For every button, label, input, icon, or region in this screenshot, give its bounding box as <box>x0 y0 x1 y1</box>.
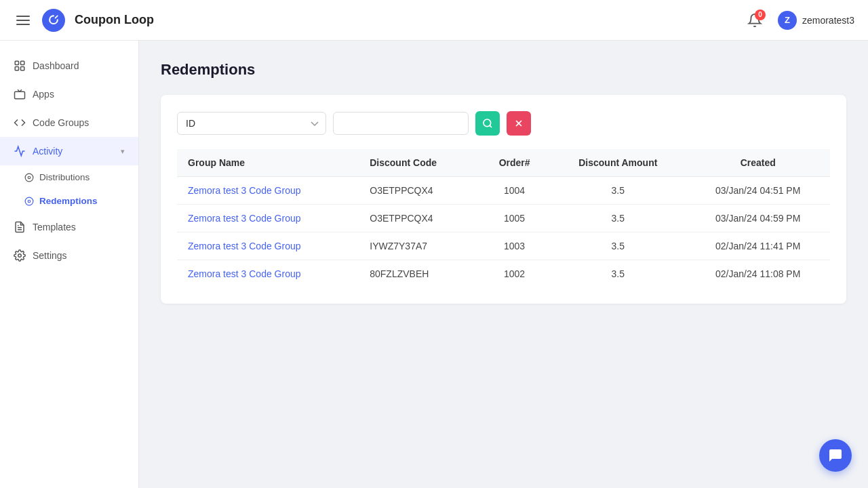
sidebar-apps-label: Apps <box>33 89 54 100</box>
cell-created: 03/Jan/24 04:59 PM <box>686 205 830 232</box>
sidebar-settings-label: Settings <box>33 250 67 261</box>
activity-subnav: Distributions Redemptions <box>0 165 138 213</box>
header: Coupon Loop 0 Z zemoratest3 <box>0 0 868 41</box>
cell-group-name[interactable]: Zemora test 3 Code Group <box>177 232 359 260</box>
svg-point-11 <box>484 119 491 127</box>
cell-created: 02/Jan/24 11:08 PM <box>686 260 830 288</box>
redemptions-label: Redemptions <box>39 196 98 206</box>
templates-icon <box>14 221 26 233</box>
app-logo <box>42 9 65 32</box>
cell-created: 03/Jan/24 04:51 PM <box>686 177 830 205</box>
cell-group-name[interactable]: Zemora test 3 Code Group <box>177 260 359 288</box>
main-content: Redemptions ID Group Name Discount Code … <box>139 41 868 488</box>
table-row: Zemora test 3 Code Group O3ETPPCQX4 1005… <box>177 205 830 232</box>
sidebar-item-settings[interactable]: Settings <box>0 241 138 270</box>
cell-discount-amount: 3.5 <box>550 205 686 232</box>
col-discount-code: Discount Code <box>359 149 479 177</box>
chevron-down-icon: ▾ <box>121 147 125 156</box>
sidebar-dashboard-label: Dashboard <box>33 60 79 71</box>
filter-input[interactable] <box>333 112 469 135</box>
svg-rect-0 <box>15 61 18 64</box>
filter-select[interactable]: ID Group Name Discount Code Order# <box>177 112 326 135</box>
cell-order-num: 1005 <box>479 205 550 232</box>
sidebar-code-groups-label: Code Groups <box>33 117 89 128</box>
svg-point-10 <box>18 254 22 258</box>
col-created: Created <box>686 149 830 177</box>
sidebar-item-templates[interactable]: Templates <box>0 213 138 241</box>
page-title: Redemptions <box>161 61 846 79</box>
cell-discount-amount: 3.5 <box>550 260 686 288</box>
cell-discount-code: 80FZLZVBEH <box>359 260 479 288</box>
cell-discount-amount: 3.5 <box>550 232 686 260</box>
table-row: Zemora test 3 Code Group O3ETPPCQX4 1004… <box>177 177 830 205</box>
sidebar-activity-label: Activity <box>33 146 62 157</box>
sidebar-item-activity[interactable]: Activity ▾ <box>0 137 138 165</box>
sidebar-item-redemptions[interactable]: Redemptions <box>24 189 138 213</box>
sidebar-item-distributions[interactable]: Distributions <box>24 165 138 189</box>
redemptions-card: ID Group Name Discount Code Order# <box>161 95 846 304</box>
table-row: Zemora test 3 Code Group 80FZLZVBEH 1002… <box>177 260 830 288</box>
sidebar: Dashboard Apps Code Groups Activity ▾ <box>0 41 139 488</box>
search-button[interactable] <box>475 111 500 136</box>
redemptions-icon <box>24 197 34 206</box>
cell-created: 02/Jan/24 11:41 PM <box>686 232 830 260</box>
cell-discount-amount: 3.5 <box>550 177 686 205</box>
code-groups-icon <box>14 117 26 129</box>
distributions-label: Distributions <box>39 172 90 182</box>
col-order-num: Order# <box>479 149 550 177</box>
notification-badge: 0 <box>755 9 766 20</box>
sidebar-item-code-groups[interactable]: Code Groups <box>0 108 138 137</box>
table-row: Zemora test 3 Code Group IYWZ7Y37A7 1003… <box>177 232 830 260</box>
notification-button[interactable]: 0 <box>743 8 767 33</box>
svg-rect-1 <box>21 61 24 64</box>
redemptions-table: Group Name Discount Code Order# Discount… <box>177 149 830 287</box>
sidebar-templates-label: Templates <box>33 222 76 232</box>
cell-discount-code: O3ETPPCQX4 <box>359 205 479 232</box>
settings-icon <box>14 249 26 262</box>
cell-discount-code: O3ETPPCQX4 <box>359 177 479 205</box>
avatar: Z <box>778 11 797 30</box>
table-header-row: Group Name Discount Code Order# Discount… <box>177 149 830 177</box>
svg-line-12 <box>490 125 492 127</box>
search-icon <box>482 118 493 129</box>
activity-icon <box>14 145 26 157</box>
svg-point-7 <box>28 200 31 203</box>
table-wrapper: Group Name Discount Code Order# Discount… <box>177 149 830 287</box>
hamburger-button[interactable] <box>14 13 33 28</box>
svg-point-5 <box>28 176 31 179</box>
clear-button[interactable] <box>507 111 531 136</box>
app-title: Coupon Loop <box>75 13 154 27</box>
col-group-name: Group Name <box>177 149 359 177</box>
header-right: 0 Z zemoratest3 <box>743 8 854 33</box>
filter-row: ID Group Name Discount Code Order# <box>177 111 830 136</box>
close-icon <box>513 118 524 129</box>
cell-order-num: 1004 <box>479 177 550 205</box>
sidebar-item-apps[interactable]: Apps <box>0 80 138 108</box>
svg-point-6 <box>25 197 33 205</box>
cell-order-num: 1003 <box>479 232 550 260</box>
layout: Dashboard Apps Code Groups Activity ▾ <box>0 41 868 488</box>
username-label: zemoratest3 <box>802 15 854 26</box>
cell-order-num: 1002 <box>479 260 550 288</box>
chat-button[interactable] <box>819 439 852 472</box>
svg-rect-2 <box>15 67 18 70</box>
header-left: Coupon Loop <box>14 9 743 32</box>
cell-group-name[interactable]: Zemora test 3 Code Group <box>177 205 359 232</box>
distributions-icon <box>24 173 34 182</box>
sidebar-item-dashboard[interactable]: Dashboard <box>0 52 138 80</box>
svg-rect-3 <box>21 67 24 70</box>
cell-group-name[interactable]: Zemora test 3 Code Group <box>177 177 359 205</box>
cell-discount-code: IYWZ7Y37A7 <box>359 232 479 260</box>
svg-point-4 <box>25 174 33 182</box>
chat-icon <box>827 447 844 464</box>
apps-icon <box>14 88 26 100</box>
col-discount-amount: Discount Amount <box>550 149 686 177</box>
dashboard-icon <box>14 60 26 72</box>
user-info: Z zemoratest3 <box>778 11 854 30</box>
